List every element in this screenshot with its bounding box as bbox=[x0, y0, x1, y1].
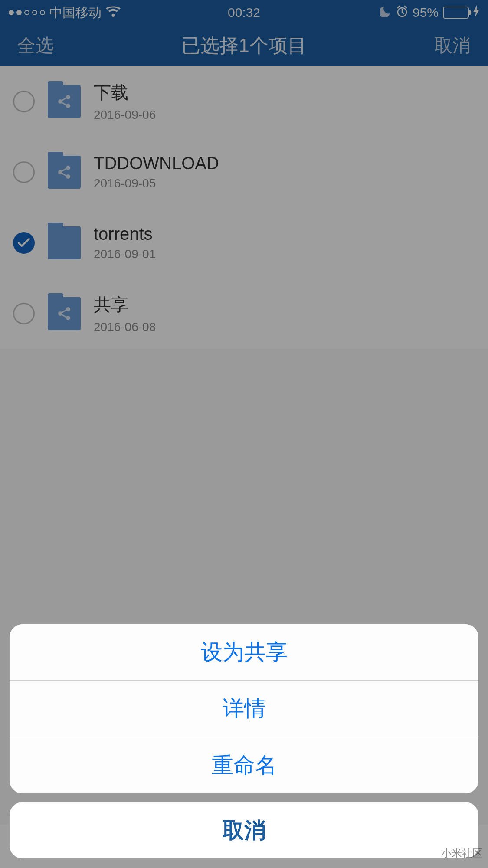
sheet-details[interactable]: 详情 bbox=[10, 681, 478, 737]
action-sheet: 设为共享 详情 重命名 取消 bbox=[10, 624, 478, 858]
sheet-rename[interactable]: 重命名 bbox=[10, 737, 478, 793]
watermark: 小米社区 bbox=[441, 846, 483, 860]
sheet-cancel-button[interactable]: 取消 bbox=[10, 802, 478, 858]
sheet-set-share[interactable]: 设为共享 bbox=[10, 624, 478, 681]
action-sheet-group: 设为共享 详情 重命名 bbox=[10, 624, 478, 793]
